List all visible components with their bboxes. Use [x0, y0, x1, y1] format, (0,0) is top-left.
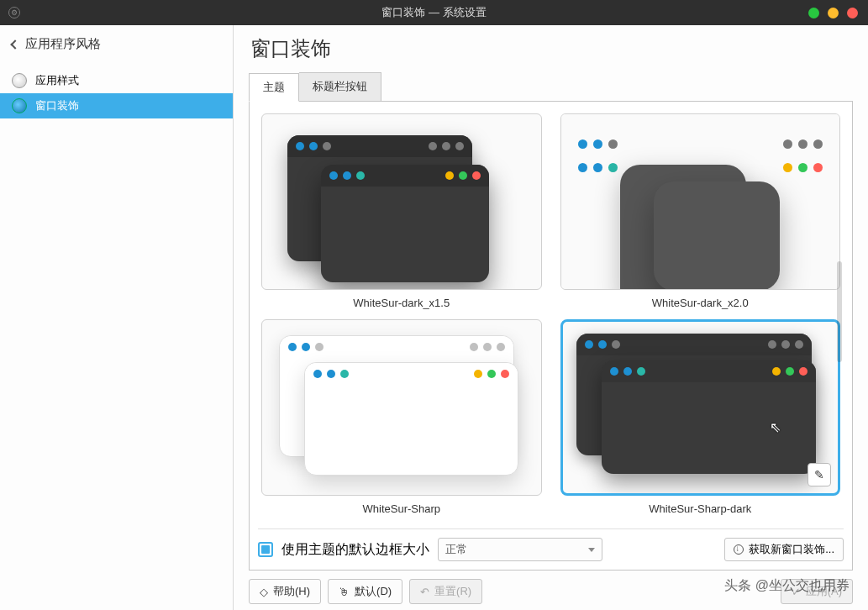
border-size-value: 正常 [445, 542, 467, 557]
back-button[interactable]: 应用程序风格 [0, 25, 233, 63]
apply-button: ✓ 应用(A) [781, 579, 853, 604]
back-label: 应用程序风格 [25, 36, 101, 52]
app-icon: ⚙ [8, 7, 20, 18]
app-style-icon [12, 73, 27, 88]
theme-card[interactable] [261, 113, 542, 290]
border-option-row: 使用主题的默认边框大小 正常 获取新窗口装饰... [258, 528, 844, 561]
theme-card-selected[interactable]: ⇖ ✎ [560, 319, 841, 496]
sidebar-item-label: 窗口装饰 [35, 98, 79, 113]
defaults-icon: 🖰 [339, 586, 350, 598]
window-decoration-icon [12, 98, 27, 113]
theme-card[interactable] [560, 113, 841, 290]
help-icon: ◇ [260, 586, 268, 598]
sidebar-item-app-style[interactable]: 应用样式 [0, 68, 233, 93]
maximize-button[interactable] [828, 8, 839, 18]
get-new-label: 获取新窗口装饰... [749, 542, 834, 557]
use-theme-border-label: 使用主题的默认边框大小 [281, 541, 429, 559]
sidebar-item-window-decoration[interactable]: 窗口装饰 [0, 93, 233, 118]
main-panel: 窗口装饰 主题 标题栏按钮 WhiteSur-dark_x1.5 [234, 25, 868, 610]
help-button[interactable]: ◇ 帮助(H) [249, 579, 321, 604]
sidebar: 应用程序风格 应用样式 窗口装饰 [0, 25, 234, 610]
edit-theme-button[interactable]: ✎ [808, 463, 831, 486]
check-icon: ✓ [792, 586, 801, 598]
tabbar: 主题 标题栏按钮 [249, 72, 853, 101]
tab-theme[interactable]: 主题 [249, 73, 299, 102]
cursor-icon: ⇖ [770, 419, 781, 435]
theme-label: WhiteSur-Sharp [363, 502, 440, 515]
titlebar: ⚙ 窗口装饰 — 系统设置 [0, 0, 868, 25]
scrollbar[interactable] [837, 261, 842, 362]
border-size-combo[interactable]: 正常 [438, 538, 602, 561]
page-title: 窗口装饰 [250, 35, 853, 62]
download-icon [734, 544, 744, 555]
defaults-button[interactable]: 🖰 默认(D) [328, 579, 402, 604]
theme-card[interactable] [261, 319, 542, 496]
chevron-left-icon [10, 39, 19, 49]
window-title: 窗口装饰 — 系统设置 [381, 5, 486, 20]
theme-label: WhiteSur-Sharp-dark [649, 502, 751, 515]
tab-titlebar-buttons[interactable]: 标题栏按钮 [299, 72, 381, 101]
minimize-button[interactable] [808, 8, 819, 18]
undo-icon: ↶ [420, 586, 429, 598]
theme-scroll[interactable]: WhiteSur-dark_x1.5 WhiteSur-dark_x2.0 [258, 110, 844, 523]
window-controls [808, 8, 858, 18]
reset-button: ↶ 重置(R) [409, 579, 482, 604]
footer: ◇ 帮助(H) 🖰 默认(D) ↶ 重置(R) ✓ 应用(A) [249, 579, 853, 604]
get-new-decorations-button[interactable]: 获取新窗口装饰... [724, 538, 844, 561]
theme-label: WhiteSur-dark_x1.5 [353, 297, 450, 309]
use-theme-border-checkbox[interactable] [258, 542, 273, 557]
close-button[interactable] [847, 8, 858, 18]
theme-label: WhiteSur-dark_x2.0 [652, 297, 749, 309]
tab-content: WhiteSur-dark_x1.5 WhiteSur-dark_x2.0 [249, 101, 853, 571]
sidebar-item-label: 应用样式 [35, 73, 79, 88]
pencil-icon: ✎ [814, 468, 824, 481]
